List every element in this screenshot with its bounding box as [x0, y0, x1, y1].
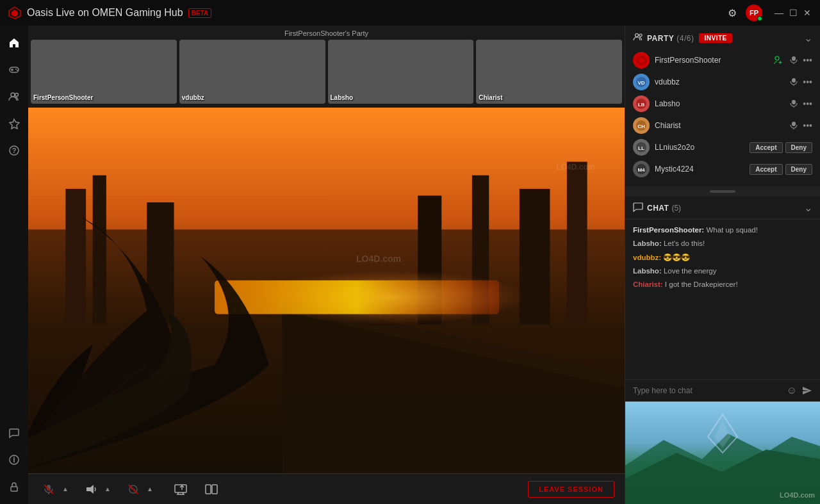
- svg-point-7: [11, 93, 15, 97]
- chat-message-5: Chiarist: I got the Drakepiercer!: [633, 279, 812, 290]
- sidebar-help-icon[interactable]: ?: [3, 140, 25, 161]
- mic-chevron-button[interactable]: ▲: [60, 479, 70, 500]
- mic-vdubbz-icon[interactable]: [787, 76, 800, 88]
- chat-author-5: Chiarist:: [633, 280, 665, 288]
- chat-text-2: Let's do this!: [664, 240, 705, 247]
- chat-section: CHAT (5) ⌄ FirstPersonShooter: What up s…: [625, 197, 820, 402]
- chat-text-input[interactable]: [633, 386, 782, 395]
- more-fps[interactable]: •••: [803, 55, 812, 65]
- member-name-fps: FirstPersonShooter: [33, 94, 93, 101]
- watermark: LO4D.com: [356, 254, 401, 264]
- volume-chevron-button[interactable]: ▲: [102, 479, 113, 500]
- party-session-title: FirstPersonShooter's Party: [28, 29, 625, 37]
- layout-toggle-button[interactable]: [201, 479, 222, 500]
- main-layout: ? i FirstPersonShooter's Party FirstPers…: [0, 26, 820, 504]
- sidebar-badge-icon[interactable]: [3, 113, 25, 134]
- mic-chiarist-icon[interactable]: [787, 119, 800, 132]
- svg-rect-55: [792, 122, 796, 126]
- svg-text:CH: CH: [637, 124, 645, 129]
- noise-chevron-button[interactable]: ▲: [145, 479, 155, 500]
- emoji-button[interactable]: ☺: [787, 385, 797, 396]
- more-labsho[interactable]: •••: [803, 99, 812, 109]
- deny-mystic-button[interactable]: Deny: [785, 164, 812, 175]
- party-member-row-fps: FirstPersonShooter •••: [633, 49, 812, 71]
- chat-input-bar: ☺: [625, 379, 820, 402]
- name-labsho: Labsho: [655, 99, 782, 108]
- screen-share-button[interactable]: [170, 479, 191, 500]
- svg-rect-43: [792, 56, 796, 61]
- name-chiarist: Chiarist: [655, 121, 782, 130]
- avatar-mystic: M4: [633, 161, 650, 177]
- accept-llnius-button[interactable]: Accept: [750, 142, 782, 153]
- send-button[interactable]: [802, 386, 812, 396]
- game-viewport: LO4D.com LO4D.com: [28, 108, 625, 473]
- left-sidebar: ? i: [0, 26, 28, 504]
- deny-llnius-button[interactable]: Deny: [785, 142, 812, 153]
- avatar-llnius: LL: [633, 139, 650, 156]
- svg-rect-13: [11, 487, 17, 491]
- member-vdubbz: vdubbz: [179, 40, 325, 104]
- sidebar-home-icon[interactable]: [3, 32, 25, 54]
- party-member-row-chiarist: CH Chiarist •••: [633, 115, 812, 136]
- chat-text-5: I got the Drakepiercer!: [665, 280, 738, 288]
- accept-mystic-button[interactable]: Accept: [750, 164, 782, 175]
- chat-count: (5): [671, 204, 681, 213]
- party-members-row: FirstPersonShooter vdubbz Labsho Chiaris…: [28, 40, 625, 104]
- chat-messages[interactable]: FirstPersonShooter: What up squad! Labsh…: [625, 220, 820, 379]
- window-controls: ⚙ FP — ☐ ✕: [725, 4, 812, 21]
- close-button[interactable]: ✕: [802, 8, 812, 18]
- actions-fps: •••: [772, 54, 812, 67]
- more-chiarist[interactable]: •••: [803, 120, 812, 131]
- name-llnius: LLnius2o2o: [655, 143, 744, 152]
- mic-control-group: ▲: [38, 479, 70, 500]
- chat-collapse-icon[interactable]: ⌄: [804, 202, 812, 214]
- preview-scene-svg: [625, 402, 820, 504]
- name-fps: FirstPersonShooter: [655, 56, 767, 65]
- member-name-labsho: Labsho: [331, 94, 354, 101]
- mic-labsho-icon[interactable]: [787, 97, 800, 110]
- member-labsho: Labsho: [328, 40, 474, 104]
- minimize-button[interactable]: —: [774, 8, 784, 18]
- chat-author-3: vdubbz:: [633, 254, 663, 261]
- svg-text:LB: LB: [638, 102, 645, 108]
- mic-fps-icon[interactable]: [787, 54, 800, 67]
- resize-handle[interactable]: [625, 186, 820, 197]
- sidebar-lock-icon[interactable]: [3, 476, 25, 498]
- svg-text:VD: VD: [637, 80, 644, 86]
- svg-text:i: i: [13, 455, 15, 464]
- svg-rect-16: [65, 189, 86, 324]
- beta-badge: BETA: [188, 8, 211, 18]
- party-member-row-mystic: M4 Mystic4224 Accept Deny: [633, 158, 812, 180]
- mic-mute-button[interactable]: [38, 479, 59, 500]
- member-name-chiarist: Chiarist: [479, 94, 502, 101]
- sidebar-users-icon[interactable]: [3, 86, 25, 108]
- user-avatar[interactable]: FP: [746, 4, 762, 21]
- svg-point-5: [15, 69, 17, 70]
- sidebar-chat-icon[interactable]: [3, 422, 25, 444]
- party-member-row-labsho: LB Labsho •••: [633, 93, 812, 115]
- svg-point-6: [17, 70, 18, 71]
- svg-rect-21: [520, 189, 550, 324]
- party-collapse-icon[interactable]: ⌄: [804, 32, 812, 44]
- invite-button[interactable]: INVITE: [699, 33, 732, 43]
- chat-text-3: 😎😎😎: [663, 254, 690, 261]
- chat-header: CHAT (5) ⌄: [625, 197, 820, 220]
- maximize-button[interactable]: ☐: [788, 8, 798, 18]
- chat-author-1: FirstPersonShooter:: [633, 226, 706, 234]
- add-friend-fps-icon[interactable]: [772, 54, 785, 67]
- more-vdubbz[interactable]: •••: [803, 77, 812, 87]
- preview-watermark: LO4D.com: [780, 491, 815, 499]
- svg-point-38: [639, 34, 642, 37]
- handle-bar: [710, 190, 735, 193]
- name-mystic: Mystic4224: [655, 165, 744, 174]
- gear-icon[interactable]: ⚙: [725, 6, 739, 20]
- omen-logo: [8, 6, 22, 20]
- noise-cancel-button[interactable]: [123, 479, 144, 500]
- sidebar-gamepad-icon[interactable]: [3, 59, 25, 81]
- volume-button[interactable]: [81, 479, 101, 500]
- chat-label: CHAT: [647, 204, 669, 213]
- sidebar-info-icon[interactable]: i: [3, 449, 25, 471]
- leave-session-button[interactable]: LEAVE SESSION: [528, 481, 614, 498]
- svg-line-32: [129, 485, 138, 494]
- chat-message-4: Labsho: Love the energy: [633, 266, 812, 277]
